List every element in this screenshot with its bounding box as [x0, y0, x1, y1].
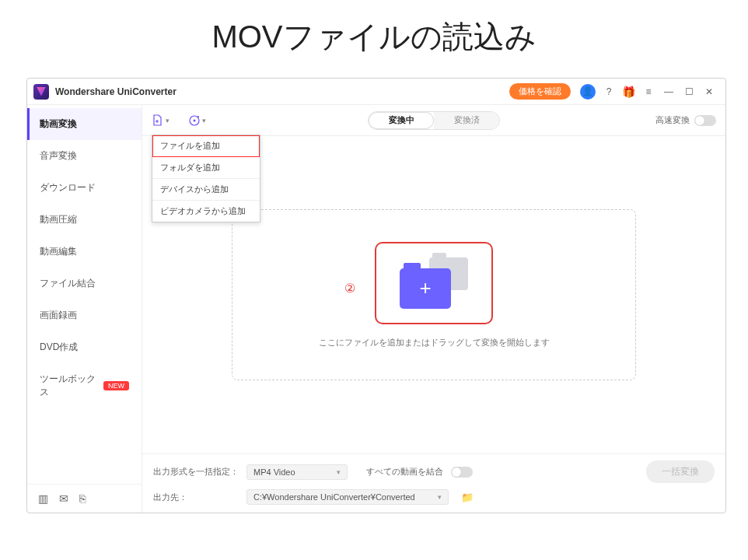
tabs: 変換中 変換済 — [368, 111, 500, 130]
sidebar-item-audio-convert[interactable]: 音声変換 — [27, 140, 142, 172]
output-format-select[interactable]: MP4 Video ▾ — [246, 464, 348, 480]
minimize-button[interactable]: — — [660, 86, 677, 97]
tab-converted[interactable]: 変換済 — [434, 112, 499, 129]
close-button[interactable]: ✕ — [701, 86, 718, 97]
tab-converting[interactable]: 変換中 — [369, 112, 434, 129]
add-file-button[interactable]: ▾ — [152, 114, 170, 127]
app-name: Wondershare UniConverter — [55, 86, 177, 97]
add-disk-button[interactable]: ▾ — [188, 114, 206, 127]
check-price-button[interactable]: 価格を確認 — [509, 83, 571, 100]
help-icon[interactable]: ? — [600, 86, 617, 97]
sidebar-item-compress[interactable]: 動画圧縮 — [27, 204, 142, 236]
dropdown-add-file[interactable]: ファイルを追加 — [152, 135, 260, 157]
add-file-dropdown: ファイルを追加 フォルダを追加 デバイスから追加 ビデオカメラから追加 — [152, 135, 260, 222]
content-toolbar: ▾ ▾ 変換中 変換済 高速変換 — [142, 105, 725, 136]
sidebar-item-dvd[interactable]: DVD作成 — [27, 331, 142, 363]
merge-all-label: すべての動画を結合 — [366, 466, 443, 478]
mail-icon[interactable]: ✉ — [59, 492, 68, 505]
new-badge: NEW — [103, 381, 129, 390]
output-path-value: C:¥Wondershare UniConverter¥Converted — [253, 492, 415, 502]
book-icon[interactable]: ▥ — [38, 492, 48, 505]
fast-convert-toggle[interactable] — [694, 115, 716, 126]
chevron-down-icon: ▾ — [337, 468, 341, 476]
dropzone-icon-highlight: + — [375, 242, 493, 324]
sidebar-item-screen-record[interactable]: 画面録画 — [27, 299, 142, 331]
chevron-down-icon: ▾ — [202, 117, 206, 124]
folder-plus-icon: + — [400, 257, 468, 309]
dropdown-from-camera[interactable]: ビデオカメラから追加 — [152, 201, 260, 222]
dropzone[interactable]: + ここにファイルを追加またはドラッグして変換を開始します — [232, 209, 636, 380]
svg-point-1 — [194, 119, 196, 121]
sidebar-item-label: ツールボックス — [40, 373, 97, 399]
sidebar-item-merge[interactable]: ファイル結合 — [27, 268, 142, 299]
gift-icon[interactable]: 🎁 — [622, 86, 635, 98]
footer: 出力形式を一括指定： MP4 Video ▾ すべての動画を結合 一括変換 出力… — [142, 453, 725, 513]
chevron-down-icon: ▾ — [438, 493, 442, 501]
app-window: Wondershare UniConverter 価格を確認 👤 ? 🎁 ≡ —… — [26, 78, 726, 513]
menu-icon[interactable]: ≡ — [640, 86, 657, 97]
feedback-icon[interactable]: ⎘ — [79, 492, 86, 505]
sidebar: 動画変換 音声変換 ダウンロード 動画圧縮 動画編集 ファイル結合 画面録画 D… — [27, 105, 142, 513]
annotation-2: ② — [344, 281, 355, 296]
sidebar-item-download[interactable]: ダウンロード — [27, 172, 142, 204]
dropdown-from-device[interactable]: デバイスから追加 — [152, 179, 260, 201]
merge-all-toggle[interactable] — [451, 467, 473, 478]
page-title: MOVファイルの読込み — [0, 0, 748, 70]
content-area: ▾ ▾ 変換中 変換済 高速変換 — [142, 105, 725, 513]
file-plus-icon — [152, 114, 164, 127]
sidebar-item-toolbox[interactable]: ツールボックス NEW — [27, 363, 142, 408]
chevron-down-icon: ▾ — [166, 117, 170, 124]
dropdown-add-folder[interactable]: フォルダを追加 — [152, 157, 260, 179]
dropzone-hint: ここにファイルを追加またはドラッグして変換を開始します — [319, 337, 550, 348]
disc-plus-icon — [188, 114, 201, 127]
maximize-button[interactable]: ☐ — [680, 86, 697, 97]
titlebar: Wondershare UniConverter 価格を確認 👤 ? 🎁 ≡ —… — [27, 79, 725, 105]
output-path-label: 出力先： — [153, 492, 239, 503]
fast-convert-label: 高速変換 — [655, 114, 690, 126]
account-icon[interactable]: 👤 — [580, 84, 596, 100]
app-logo-icon — [33, 84, 49, 100]
output-format-label: 出力形式を一括指定： — [153, 466, 239, 478]
open-folder-icon[interactable]: 📁 — [461, 492, 474, 503]
batch-convert-button[interactable]: 一括変換 — [646, 460, 715, 483]
sidebar-item-edit[interactable]: 動画編集 — [27, 236, 142, 268]
sidebar-item-video-convert[interactable]: 動画変換 — [27, 108, 142, 140]
output-format-value: MP4 Video — [253, 467, 295, 477]
output-path-select[interactable]: C:¥Wondershare UniConverter¥Converted ▾ — [246, 489, 449, 505]
